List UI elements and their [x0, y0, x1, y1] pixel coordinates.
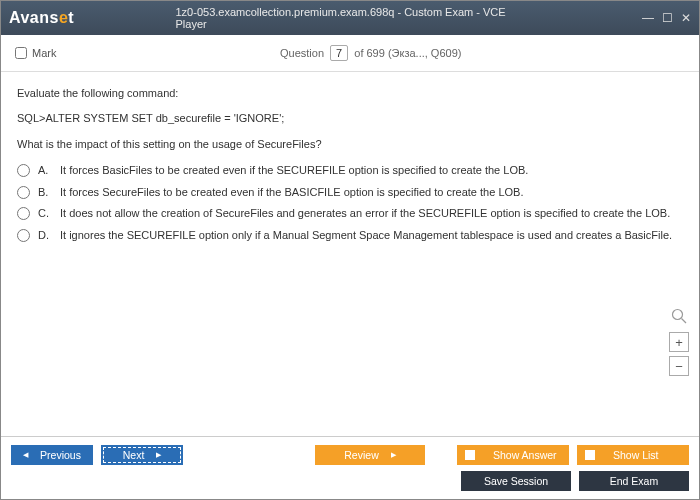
show-answer-button[interactable]: Show Answer: [457, 445, 569, 465]
minimize-icon[interactable]: —: [642, 11, 654, 25]
option-c-radio[interactable]: [17, 207, 30, 220]
question-header: Mark Question 7 of 699 (Экза..., Q609): [1, 35, 699, 72]
option-b-radio[interactable]: [17, 186, 30, 199]
mark-checkbox[interactable]: [15, 47, 27, 59]
mark-label: Mark: [32, 47, 56, 59]
option-d-text: It ignores the SECUREFILE option only if…: [60, 227, 672, 244]
review-label: Review: [344, 449, 378, 461]
svg-point-0: [673, 310, 683, 320]
logo-part-2: t: [68, 9, 74, 26]
option-d[interactable]: D. It ignores the SECUREFILE option only…: [17, 227, 683, 244]
option-c-text: It does not allow the creation of Secure…: [60, 205, 670, 222]
question-content: Evaluate the following command: SQL>ALTE…: [1, 72, 699, 436]
option-c[interactable]: C. It does not allow the creation of Sec…: [17, 205, 683, 222]
zoom-in-button[interactable]: +: [669, 332, 689, 352]
mark-checkbox-wrap[interactable]: Mark: [15, 47, 56, 59]
window-controls: — ☐ ✕: [642, 11, 691, 25]
option-b[interactable]: B. It forces SecureFiles to be created e…: [17, 184, 683, 201]
footer-bar: Previous Next Review Show Answer Show Li…: [1, 436, 699, 499]
sql-command: SQL>ALTER SYSTEM SET db_securefile = 'IG…: [17, 111, 683, 126]
zoom-out-button[interactable]: −: [669, 356, 689, 376]
review-button[interactable]: Review: [315, 445, 425, 465]
option-d-letter: D.: [38, 227, 52, 244]
title-bar: Avanset 1z0-053.examcollection.premium.e…: [1, 1, 699, 35]
question-prompt: What is the impact of this setting on th…: [17, 137, 683, 152]
question-counter: Question 7 of 699 (Экза..., Q609): [56, 45, 685, 61]
button-row-1: Previous Next Review Show Answer Show Li…: [11, 445, 689, 465]
show-list-checkbox-icon: [585, 450, 595, 460]
option-c-letter: C.: [38, 205, 52, 222]
option-a-radio[interactable]: [17, 164, 30, 177]
option-a[interactable]: A. It forces BasicFiles to be created ev…: [17, 162, 683, 179]
question-label: Question: [280, 47, 324, 59]
maximize-icon[interactable]: ☐: [662, 11, 673, 25]
question-intro: Evaluate the following command:: [17, 86, 683, 101]
next-label: Next: [123, 449, 145, 461]
options-list: A. It forces BasicFiles to be created ev…: [17, 162, 683, 243]
previous-button[interactable]: Previous: [11, 445, 93, 465]
option-a-letter: A.: [38, 162, 52, 179]
show-list-label: Show List: [613, 449, 659, 461]
app-logo: Avanset: [9, 9, 74, 27]
button-row-2: Save Session End Exam: [11, 471, 689, 491]
save-session-button[interactable]: Save Session: [461, 471, 571, 491]
show-answer-checkbox-icon: [465, 450, 475, 460]
option-a-text: It forces BasicFiles to be created even …: [60, 162, 528, 179]
option-b-text: It forces SecureFiles to be created even…: [60, 184, 523, 201]
previous-label: Previous: [40, 449, 81, 461]
question-total: of 699 (Экза..., Q609): [351, 47, 461, 59]
next-button[interactable]: Next: [101, 445, 183, 465]
end-exam-button[interactable]: End Exam: [579, 471, 689, 491]
zoom-controls: + −: [669, 308, 689, 376]
logo-accent: e: [59, 9, 68, 26]
window-title: 1z0-053.examcollection.premium.exam.698q…: [176, 6, 525, 30]
magnifier-icon[interactable]: [671, 308, 687, 324]
option-d-radio[interactable]: [17, 229, 30, 242]
question-number: 7: [330, 45, 348, 61]
show-answer-label: Show Answer: [493, 449, 557, 461]
logo-part-1: Avans: [9, 9, 59, 26]
close-icon[interactable]: ✕: [681, 11, 691, 25]
option-b-letter: B.: [38, 184, 52, 201]
show-list-button[interactable]: Show List: [577, 445, 689, 465]
svg-line-1: [682, 319, 687, 324]
